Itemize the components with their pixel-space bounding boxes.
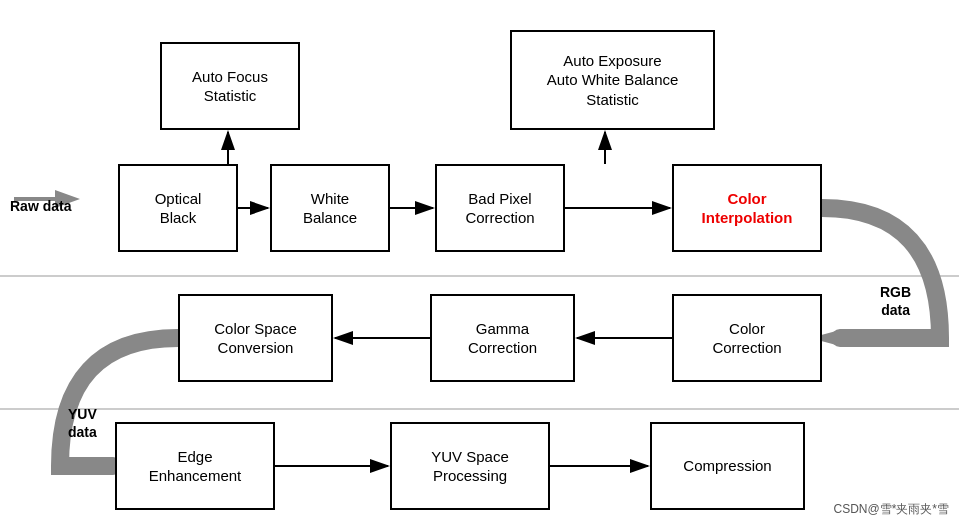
rgb-data-label: RGBdata — [880, 283, 911, 319]
optical-black-label: OpticalBlack — [155, 189, 202, 228]
compression-label: Compression — [683, 456, 771, 476]
auto-focus-box: Auto FocusStatistic — [160, 42, 300, 130]
divider-1 — [0, 275, 959, 277]
diagram: OpticalBlack WhiteBalance Bad PixelCorre… — [0, 0, 959, 526]
yuv-space-box: YUV SpaceProcessing — [390, 422, 550, 510]
auto-exposure-label: Auto ExposureAuto White BalanceStatistic — [547, 51, 679, 110]
edge-enhancement-box: EdgeEnhancement — [115, 422, 275, 510]
gamma-correction-label: GammaCorrection — [468, 319, 537, 358]
auto-exposure-box: Auto ExposureAuto White BalanceStatistic — [510, 30, 715, 130]
edge-enhancement-label: EdgeEnhancement — [149, 447, 242, 486]
auto-focus-label: Auto FocusStatistic — [192, 67, 268, 106]
compression-box: Compression — [650, 422, 805, 510]
bad-pixel-label: Bad PixelCorrection — [465, 189, 534, 228]
white-balance-label: WhiteBalance — [303, 189, 357, 228]
yuv-data-label: YUVdata — [68, 405, 97, 441]
color-correction-box: ColorCorrection — [672, 294, 822, 382]
color-space-box: Color SpaceConversion — [178, 294, 333, 382]
yuv-space-label: YUV SpaceProcessing — [431, 447, 509, 486]
divider-2 — [0, 408, 959, 410]
color-interpolation-box: ColorInterpolation — [672, 164, 822, 252]
white-balance-box: WhiteBalance — [270, 164, 390, 252]
gamma-correction-box: GammaCorrection — [430, 294, 575, 382]
color-correction-label: ColorCorrection — [712, 319, 781, 358]
color-interpolation-label: ColorInterpolation — [702, 189, 793, 228]
bad-pixel-box: Bad PixelCorrection — [435, 164, 565, 252]
color-space-label: Color SpaceConversion — [214, 319, 297, 358]
watermark: CSDN@雪*夹雨夹*雪 — [833, 501, 949, 518]
optical-black-box: OpticalBlack — [118, 164, 238, 252]
raw-data-label: Raw data — [10, 197, 71, 215]
